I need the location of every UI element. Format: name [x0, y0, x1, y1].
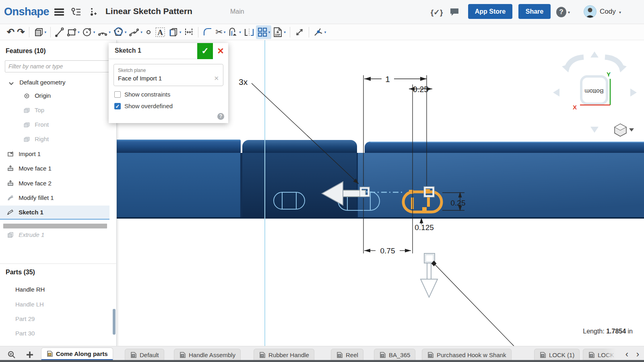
user-name[interactable]: Cody	[600, 8, 616, 16]
add-tab-icon[interactable]	[23, 349, 37, 360]
feature-extrude-1[interactable]: Extrude 1	[0, 228, 109, 241]
move-face-icon	[6, 178, 14, 190]
constraint-tool[interactable]: ▾	[312, 25, 328, 39]
tabs-scroll-right[interactable]: ›	[632, 348, 643, 361]
feature-tree-panel: Features (10) Default geometry Origin To…	[0, 40, 117, 346]
length-readout: Length: 1.7854 in	[583, 328, 633, 335]
sketch-dialog-titlebar[interactable]: Sketch 1 ✓ ✕	[109, 43, 228, 59]
undo-button[interactable]: ↶	[6, 25, 16, 39]
tab-default[interactable]: Default	[125, 349, 164, 360]
dim-slot-height[interactable]: 0.25	[451, 199, 466, 207]
part-item-handle-lh[interactable]: Handle LH	[0, 298, 109, 311]
tab-come-along-parts[interactable]: Come Along parts	[41, 348, 113, 360]
pattern-seed-arrow[interactable]	[421, 263, 438, 297]
menu-icon[interactable]	[52, 6, 66, 19]
show-constraints-row[interactable]: Show constraints	[114, 91, 228, 98]
dim-offset[interactable]: 0.125	[415, 223, 434, 232]
linear-pattern-tool[interactable]: ▾	[256, 25, 272, 39]
offset-tool[interactable]: ▾	[227, 25, 242, 39]
show-overdefined-checkbox[interactable]: ✓	[114, 103, 121, 109]
cancel-button[interactable]: ✕	[213, 43, 228, 59]
tree-node-default-geometry[interactable]: Default geometry	[0, 76, 109, 88]
part-item-part-29[interactable]: Part 29	[0, 313, 109, 325]
dim-overdefined[interactable]: 0.25	[413, 85, 429, 94]
tree-node-origin[interactable]: Origin	[0, 89, 109, 102]
accept-button[interactable]: ✓	[197, 43, 213, 59]
dialog-help-icon[interactable]: ?	[217, 113, 224, 120]
tree-node-right-plane[interactable]: Right	[0, 133, 109, 145]
origin-icon	[23, 90, 31, 103]
part-item-handle-rh[interactable]: Handle RH	[0, 283, 109, 296]
text-tool[interactable]: A	[153, 25, 167, 39]
feature-import-1[interactable]: Import 1	[0, 148, 109, 160]
tab-purchased-hook[interactable]: Purchased Hook w Shank	[422, 349, 512, 360]
export-dxf-tool[interactable]: DXF ▾	[271, 25, 287, 39]
spline-tool[interactable]: ▾	[128, 25, 144, 39]
redo-button[interactable]: ↷	[16, 25, 26, 39]
view-cube[interactable]: Bottom Y X	[553, 51, 637, 136]
feature-modify-fillet-1[interactable]: Modify fillet 1	[0, 191, 109, 204]
app-store-button[interactable]: App Store	[468, 4, 512, 19]
polygon-tool[interactable]: ▾	[112, 25, 128, 39]
point-tool[interactable]	[144, 25, 153, 39]
feature-move-face-2[interactable]: Move face 2	[0, 177, 109, 189]
dim-first[interactable]: 0.75	[380, 247, 395, 255]
tab-rubber-handle[interactable]: Rubber Handle	[254, 349, 314, 360]
plane-icon	[23, 119, 31, 132]
feature-sketch-1[interactable]: Sketch 1	[0, 206, 109, 219]
document-title[interactable]: Linear Sketch Pattern	[105, 6, 192, 16]
help-icon[interactable]: ? ▾	[556, 6, 570, 19]
show-constraints-label: Show constraints	[124, 91, 170, 98]
line-tool[interactable]	[54, 25, 66, 39]
workspace-name[interactable]: Main	[230, 8, 244, 15]
onshape-logo[interactable]: Onshape	[4, 6, 49, 18]
search-tabs-icon[interactable]	[5, 349, 19, 360]
bottom-strip	[0, 360, 644, 362]
clear-selection-icon[interactable]: ✕	[214, 75, 219, 82]
version-graph-icon[interactable]	[69, 6, 83, 19]
dim-count[interactable]: 3x	[239, 77, 248, 86]
fillet-tool[interactable]	[201, 25, 214, 39]
user-avatar[interactable]	[584, 5, 597, 18]
user-menu-caret[interactable]: ▾	[619, 10, 621, 14]
show-overdefined-label: Show overdefined	[124, 103, 173, 109]
parts-header: Parts (35)	[6, 269, 35, 276]
tab-ba-365[interactable]: BA_365	[374, 349, 415, 360]
parts-scrollbar[interactable]	[113, 309, 116, 335]
tabs-scroll-left[interactable]: ‹	[621, 348, 632, 361]
arc-tool[interactable]: ▾	[96, 25, 112, 39]
mirror-tool[interactable]	[242, 25, 256, 39]
sketch-dialog: Sketch 1 ✓ ✕ Sketch plane Face of Import…	[109, 43, 228, 123]
show-constraints-checkbox[interactable]	[114, 91, 121, 98]
follow-mode-icon[interactable]	[86, 6, 100, 19]
share-button[interactable]: Share	[518, 4, 551, 19]
view-cube-face-label[interactable]: Bottom	[584, 88, 604, 95]
api-code-icon[interactable]: {✓}	[430, 6, 444, 19]
tree-node-top-plane[interactable]: Top	[0, 104, 109, 116]
rectangle-tool[interactable]: ▾	[66, 25, 81, 39]
show-overdefined-row[interactable]: ✓ Show overdefined	[114, 103, 228, 109]
trim-tool[interactable]: ✂▾	[214, 25, 227, 39]
rollback-bar[interactable]	[3, 224, 107, 228]
insert-derived-tool[interactable]: ▾	[32, 25, 48, 39]
feature-move-face-1[interactable]: Move face 1	[0, 162, 109, 175]
measure-tool[interactable]	[293, 25, 306, 39]
sketch-plane-field[interactable]: Sketch plane Face of Import 1 ✕	[114, 64, 223, 86]
tab-reel[interactable]: Reel	[331, 349, 363, 360]
chevron-down-icon[interactable]	[7, 77, 15, 89]
part-item-part-30[interactable]: Part 30	[0, 327, 109, 339]
feature-filter-input[interactable]	[5, 60, 110, 72]
sketch-icon	[6, 206, 14, 220]
use-project-tool[interactable]: ▾	[167, 25, 183, 39]
dim-spacing[interactable]: 1	[385, 74, 390, 84]
tab-handle-assembly[interactable]: Handle Assembly	[174, 349, 241, 360]
tab-lock-1[interactable]: LOCK (1)	[534, 349, 580, 360]
comments-icon[interactable]	[448, 6, 461, 19]
plane-icon	[23, 105, 31, 117]
tree-node-front-plane[interactable]: Front	[0, 118, 109, 131]
circle-tool[interactable]: ▾	[81, 25, 97, 39]
svg-text:DXF: DXF	[275, 33, 281, 36]
part-body[interactable]	[115, 140, 644, 219]
isometric-view-button[interactable]	[615, 124, 634, 136]
dimension-tool[interactable]	[182, 25, 195, 39]
